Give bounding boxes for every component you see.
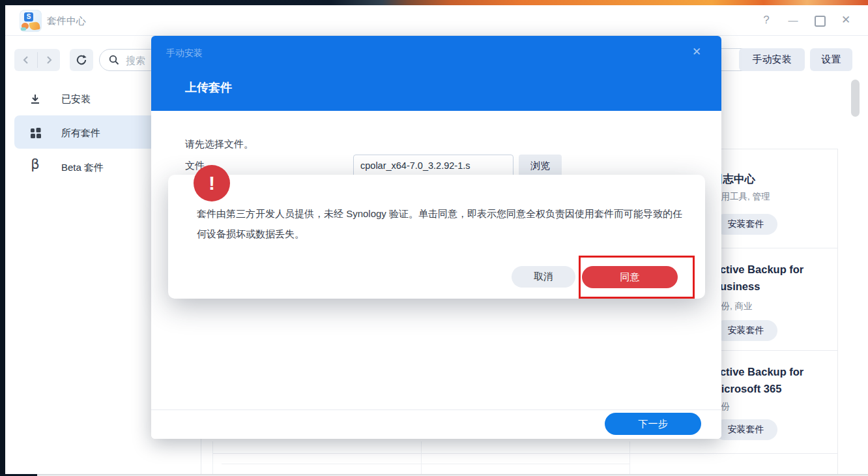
browse-button[interactable]: 浏览: [519, 155, 562, 177]
titlebar: [5, 5, 868, 36]
package-category: 实用工具, 管理: [712, 191, 830, 203]
grid-divider: [837, 149, 838, 474]
grid-divider: [212, 453, 837, 454]
package-title: 日志中心: [712, 170, 826, 187]
dialog-title: 手动安装: [166, 48, 203, 59]
grid-divider: [421, 441, 422, 474]
minimize-button[interactable]: —: [786, 13, 800, 27]
beta-icon: β: [29, 158, 42, 171]
app-title: 套件中心: [47, 15, 86, 27]
grid-divider: [222, 464, 629, 464]
instruction-text: 请先选择文件。: [185, 138, 253, 151]
dialog-footer: 下一步: [151, 409, 721, 439]
search-icon: [109, 55, 119, 65]
next-step-button[interactable]: 下一步: [605, 413, 701, 435]
help-button[interactable]: ?: [760, 13, 773, 27]
maximize-button[interactable]: [815, 16, 826, 27]
chevron-left-icon: [22, 55, 31, 65]
package-title: Active Backup for Business: [712, 261, 817, 295]
exclamation-icon: !: [194, 165, 230, 201]
refresh-button[interactable]: [70, 49, 93, 71]
screen: S 套件中心 ? — ✕ 手动安装 设置: [0, 0, 868, 476]
refresh-icon: [76, 54, 87, 66]
manual-install-button[interactable]: 手动安装: [739, 48, 805, 71]
agree-highlight-annotation: [579, 256, 695, 299]
package-category: 备份: [712, 401, 830, 413]
sidebar-item-label: Beta 套件: [61, 162, 104, 174]
forward-button[interactable]: [37, 49, 60, 71]
sidebar-item-label: 已安装: [61, 93, 91, 106]
nav-group: [14, 49, 60, 71]
close-window-button[interactable]: ✕: [839, 13, 852, 27]
package-title: Active Backup for Microsoft 365: [712, 363, 817, 397]
grid-divider: [629, 441, 630, 474]
grid-divider: [212, 441, 213, 474]
settings-button[interactable]: 设置: [810, 48, 852, 71]
grid-icon: [29, 126, 42, 139]
install-package-button[interactable]: 安装套件: [714, 214, 777, 235]
install-package-button[interactable]: 安装套件: [714, 419, 777, 440]
vertical-scrollbar[interactable]: [851, 80, 860, 117]
back-button[interactable]: [14, 49, 37, 71]
chevron-right-icon: [44, 55, 53, 65]
cancel-button[interactable]: 取消: [512, 266, 575, 288]
package-category: 备份, 商业: [712, 301, 830, 312]
download-icon: [29, 93, 42, 106]
desktop-wallpaper-left: [0, 0, 5, 476]
file-input[interactable]: cpolar_x64-7.0_3.2.92-1.s: [353, 155, 514, 177]
package-center-icon: S: [20, 10, 42, 32]
warning-message: 套件由第三方开发人员提供，未经 Synology 验证。单击同意，即表示您同意全…: [197, 203, 691, 244]
desktop-wallpaper-top: [0, 0, 868, 5]
install-package-button[interactable]: 安装套件: [714, 320, 777, 341]
sidebar-item-label: 所有套件: [61, 127, 100, 140]
close-dialog-button[interactable]: ✕: [692, 45, 701, 59]
upload-package-heading: 上传套件: [185, 80, 232, 95]
dialog-header: 手动安装 ✕ 上传套件: [151, 36, 721, 111]
